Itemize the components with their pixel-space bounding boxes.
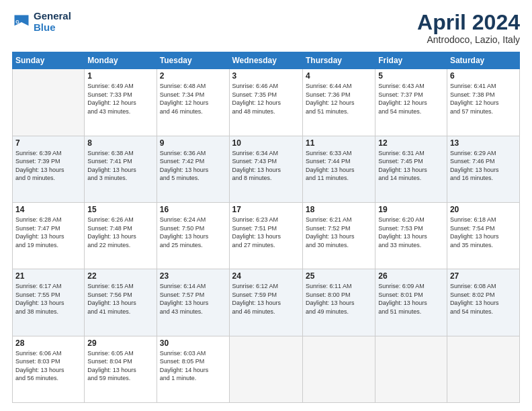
calendar-day-cell: 2Sunrise: 6:48 AM Sunset: 7:34 PM Daylig… [157, 69, 229, 136]
day-number: 24 [232, 271, 300, 281]
calendar-page: G General Blue April 2024 Antrodoco, Laz… [0, 0, 532, 411]
day-number: 13 [450, 138, 517, 148]
calendar-day-cell: 23Sunrise: 6:14 AM Sunset: 7:57 PM Dayli… [157, 269, 229, 336]
day-number: 25 [306, 271, 372, 281]
calendar-day-cell: 22Sunrise: 6:15 AM Sunset: 7:56 PM Dayli… [85, 269, 157, 336]
day-number: 10 [232, 138, 300, 148]
day-info: Sunrise: 6:44 AM Sunset: 7:36 PM Dayligh… [306, 82, 372, 116]
day-info: Sunrise: 6:20 AM Sunset: 7:53 PM Dayligh… [378, 216, 444, 249]
calendar-day-cell: 7Sunrise: 6:39 AM Sunset: 7:39 PM Daylig… [13, 136, 85, 202]
day-info: Sunrise: 6:33 AM Sunset: 7:44 PM Dayligh… [306, 149, 372, 183]
day-info: Sunrise: 6:48 AM Sunset: 7:34 PM Dayligh… [160, 82, 226, 116]
calendar-day-cell: 4Sunrise: 6:44 AM Sunset: 7:36 PM Daylig… [302, 69, 375, 136]
logo-text: General Blue [34, 11, 71, 33]
day-info: Sunrise: 6:31 AM Sunset: 7:45 PM Dayligh… [378, 149, 444, 183]
calendar-day-cell [13, 69, 85, 136]
calendar-day-cell [447, 336, 519, 402]
logo: G General Blue [12, 11, 71, 33]
calendar-day-cell: 25Sunrise: 6:11 AM Sunset: 8:00 PM Dayli… [302, 269, 375, 336]
day-number: 16 [160, 205, 226, 214]
weekday-header-row: Sunday Monday Tuesday Wednesday Thursday… [13, 52, 520, 69]
calendar-day-cell: 26Sunrise: 6:09 AM Sunset: 8:01 PM Dayli… [375, 269, 447, 336]
day-info: Sunrise: 6:38 AM Sunset: 7:41 PM Dayligh… [87, 149, 153, 183]
day-info: Sunrise: 6:39 AM Sunset: 7:39 PM Dayligh… [15, 149, 81, 183]
day-info: Sunrise: 6:21 AM Sunset: 7:52 PM Dayligh… [306, 216, 372, 249]
calendar-day-cell: 24Sunrise: 6:12 AM Sunset: 7:59 PM Dayli… [229, 269, 302, 336]
day-info: Sunrise: 6:12 AM Sunset: 7:59 PM Dayligh… [232, 282, 300, 316]
day-info: Sunrise: 6:03 AM Sunset: 8:05 PM Dayligh… [160, 349, 226, 383]
calendar-week-row: 28Sunrise: 6:06 AM Sunset: 8:03 PM Dayli… [13, 336, 520, 402]
calendar-day-cell: 29Sunrise: 6:05 AM Sunset: 8:04 PM Dayli… [85, 336, 157, 402]
header-tuesday: Tuesday [157, 52, 229, 69]
day-info: Sunrise: 6:36 AM Sunset: 7:42 PM Dayligh… [160, 149, 226, 183]
day-number: 17 [232, 205, 300, 214]
header-friday: Friday [375, 52, 447, 69]
calendar-day-cell: 30Sunrise: 6:03 AM Sunset: 8:05 PM Dayli… [157, 336, 229, 402]
day-info: Sunrise: 6:18 AM Sunset: 7:54 PM Dayligh… [450, 216, 517, 249]
day-number: 8 [87, 138, 153, 148]
calendar-day-cell: 12Sunrise: 6:31 AM Sunset: 7:45 PM Dayli… [375, 136, 447, 202]
calendar-table: Sunday Monday Tuesday Wednesday Thursday… [12, 52, 520, 403]
month-title: April 2024 [417, 11, 520, 34]
day-number: 11 [306, 138, 372, 148]
day-info: Sunrise: 6:49 AM Sunset: 7:33 PM Dayligh… [87, 82, 153, 116]
calendar-week-row: 1Sunrise: 6:49 AM Sunset: 7:33 PM Daylig… [13, 69, 520, 136]
day-number: 18 [306, 205, 372, 214]
day-number: 27 [450, 271, 517, 281]
calendar-day-cell: 14Sunrise: 6:28 AM Sunset: 7:47 PM Dayli… [13, 202, 85, 269]
day-number: 12 [378, 138, 444, 148]
calendar-day-cell: 11Sunrise: 6:33 AM Sunset: 7:44 PM Dayli… [302, 136, 375, 202]
calendar-day-cell: 6Sunrise: 6:41 AM Sunset: 7:38 PM Daylig… [447, 69, 519, 136]
calendar-day-cell: 13Sunrise: 6:29 AM Sunset: 7:46 PM Dayli… [447, 136, 519, 202]
header: G General Blue April 2024 Antrodoco, Laz… [12, 11, 520, 45]
day-info: Sunrise: 6:41 AM Sunset: 7:38 PM Dayligh… [450, 82, 517, 116]
day-number: 21 [15, 271, 81, 281]
calendar-day-cell: 5Sunrise: 6:43 AM Sunset: 7:37 PM Daylig… [375, 69, 447, 136]
calendar-day-cell: 16Sunrise: 6:24 AM Sunset: 7:50 PM Dayli… [157, 202, 229, 269]
day-info: Sunrise: 6:06 AM Sunset: 8:03 PM Dayligh… [15, 349, 81, 383]
day-info: Sunrise: 6:15 AM Sunset: 7:56 PM Dayligh… [87, 282, 153, 316]
day-info: Sunrise: 6:05 AM Sunset: 8:04 PM Dayligh… [87, 349, 153, 383]
day-info: Sunrise: 6:17 AM Sunset: 7:55 PM Dayligh… [15, 282, 81, 316]
day-number: 30 [160, 338, 226, 348]
calendar-day-cell: 1Sunrise: 6:49 AM Sunset: 7:33 PM Daylig… [85, 69, 157, 136]
calendar-day-cell: 21Sunrise: 6:17 AM Sunset: 7:55 PM Dayli… [13, 269, 85, 336]
header-sunday: Sunday [13, 52, 85, 69]
calendar-day-cell: 9Sunrise: 6:36 AM Sunset: 7:42 PM Daylig… [157, 136, 229, 202]
day-number: 4 [306, 71, 372, 81]
day-info: Sunrise: 6:46 AM Sunset: 7:35 PM Dayligh… [232, 82, 300, 116]
day-number: 28 [15, 338, 81, 348]
day-number: 14 [15, 205, 81, 214]
day-number: 1 [87, 71, 153, 81]
day-info: Sunrise: 6:43 AM Sunset: 7:37 PM Dayligh… [378, 82, 444, 116]
day-number: 7 [15, 138, 81, 148]
calendar-day-cell: 18Sunrise: 6:21 AM Sunset: 7:52 PM Dayli… [302, 202, 375, 269]
day-info: Sunrise: 6:23 AM Sunset: 7:51 PM Dayligh… [232, 216, 300, 249]
calendar-day-cell [229, 336, 302, 402]
day-number: 29 [87, 338, 153, 348]
day-info: Sunrise: 6:29 AM Sunset: 7:46 PM Dayligh… [450, 149, 517, 183]
day-number: 9 [160, 138, 226, 148]
svg-text:G: G [15, 19, 19, 24]
day-number: 23 [160, 271, 226, 281]
day-number: 2 [160, 71, 226, 81]
day-info: Sunrise: 6:24 AM Sunset: 7:50 PM Dayligh… [160, 216, 226, 249]
calendar-day-cell: 17Sunrise: 6:23 AM Sunset: 7:51 PM Dayli… [229, 202, 302, 269]
day-number: 20 [450, 205, 517, 214]
calendar-week-row: 14Sunrise: 6:28 AM Sunset: 7:47 PM Dayli… [13, 202, 520, 269]
day-info: Sunrise: 6:08 AM Sunset: 8:02 PM Dayligh… [450, 282, 517, 316]
header-thursday: Thursday [302, 52, 375, 69]
day-number: 22 [87, 271, 153, 281]
day-info: Sunrise: 6:34 AM Sunset: 7:43 PM Dayligh… [232, 149, 300, 183]
day-info: Sunrise: 6:09 AM Sunset: 8:01 PM Dayligh… [378, 282, 444, 316]
day-info: Sunrise: 6:14 AM Sunset: 7:57 PM Dayligh… [160, 282, 226, 316]
calendar-day-cell: 3Sunrise: 6:46 AM Sunset: 7:35 PM Daylig… [229, 69, 302, 136]
title-block: April 2024 Antrodoco, Lazio, Italy [417, 11, 520, 45]
calendar-day-cell: 20Sunrise: 6:18 AM Sunset: 7:54 PM Dayli… [447, 202, 519, 269]
header-wednesday: Wednesday [229, 52, 302, 69]
header-monday: Monday [85, 52, 157, 69]
day-number: 5 [378, 71, 444, 81]
header-saturday: Saturday [447, 52, 519, 69]
day-number: 6 [450, 71, 517, 81]
day-number: 15 [87, 205, 153, 214]
